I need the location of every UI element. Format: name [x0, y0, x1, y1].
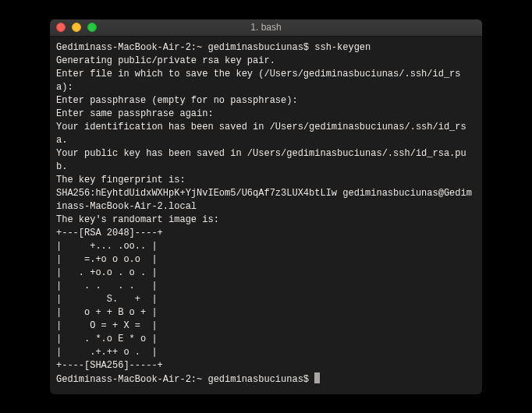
cursor-icon [314, 372, 320, 383]
terminal-line: | o + + B o + | [56, 306, 476, 319]
terminal-line: Your identification has been saved in /U… [56, 121, 476, 147]
terminal-window: 1. bash Gediminass-MacBook-Air-2:~ gedim… [50, 19, 482, 394]
terminal-line: | O = + X = | [56, 319, 476, 333]
terminal-line: Enter same passphrase again: [56, 108, 476, 121]
terminal-line: | . . . . | [56, 280, 476, 293]
terminal-line: SHA256:hEyhtdUidxWXHpK+YjNvIEom5/U6qAf7z… [56, 187, 476, 214]
terminal-line: The key fingerprint is: [56, 174, 476, 187]
terminal-line: Enter passphrase (empty for no passphras… [56, 94, 476, 108]
terminal-line: +----[SHA256]-----+ [56, 359, 476, 372]
terminal-line: Enter file in which to save the key (/Us… [56, 68, 476, 94]
terminal-line: | =.+o o o.o | [56, 253, 476, 267]
terminal-line: | .+.++ o . | [56, 346, 476, 359]
terminal-line: | +... .oo.. | [56, 240, 476, 253]
terminal-line: +---[RSA 2048]----+ [56, 227, 476, 240]
terminal-line: Gediminass-MacBook-Air-2:~ gediminasbuci… [56, 41, 476, 55]
terminal-line: | . *.o E * o | [56, 333, 476, 346]
terminal-line: Your public key has been saved in /Users… [56, 147, 476, 174]
terminal-line: | . +o.o . o . | [56, 267, 476, 280]
terminal-output[interactable]: Gediminass-MacBook-Air-2:~ gediminasbuci… [50, 37, 482, 394]
terminal-line: | S. + | [56, 293, 476, 306]
window-title: 1. bash [50, 22, 482, 33]
terminal-line: The key's randomart image is: [56, 214, 476, 227]
terminal-line: Generating public/private rsa key pair. [56, 55, 476, 68]
titlebar: 1. bash [50, 19, 482, 37]
terminal-prompt: Gediminass-MacBook-Air-2:~ gediminasbuci… [56, 374, 314, 385]
